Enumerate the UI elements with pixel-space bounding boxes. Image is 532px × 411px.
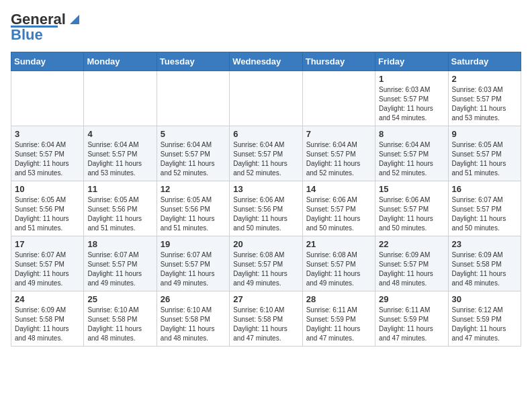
day-number: 25 bbox=[87, 294, 152, 304]
day-number: 30 bbox=[452, 294, 517, 304]
day-info: Sunrise: 6:08 AMSunset: 5:57 PMDaylight:… bbox=[233, 250, 298, 288]
calendar-cell: 8Sunrise: 6:04 AMSunset: 5:57 PMDaylight… bbox=[375, 126, 448, 181]
calendar-cell: 6Sunrise: 6:04 AMSunset: 5:57 PMDaylight… bbox=[230, 126, 302, 181]
calendar-cell: 1Sunrise: 6:03 AMSunset: 5:57 PMDaylight… bbox=[375, 71, 448, 126]
calendar-cell: 7Sunrise: 6:04 AMSunset: 5:57 PMDaylight… bbox=[302, 126, 375, 181]
header-monday: Monday bbox=[84, 52, 157, 71]
day-number: 21 bbox=[306, 239, 371, 249]
day-number: 12 bbox=[161, 184, 226, 194]
day-info: Sunrise: 6:04 AMSunset: 5:57 PMDaylight:… bbox=[15, 140, 80, 178]
day-info: Sunrise: 6:04 AMSunset: 5:57 PMDaylight:… bbox=[306, 140, 371, 178]
calendar-cell: 11Sunrise: 6:05 AMSunset: 5:56 PMDayligh… bbox=[84, 181, 157, 236]
day-info: Sunrise: 6:10 AMSunset: 5:58 PMDaylight:… bbox=[87, 306, 152, 343]
day-info: Sunrise: 6:05 AMSunset: 5:57 PMDaylight:… bbox=[452, 140, 517, 178]
day-number: 8 bbox=[379, 129, 444, 139]
day-number: 9 bbox=[452, 129, 517, 139]
day-info: Sunrise: 6:09 AMSunset: 5:57 PMDaylight:… bbox=[379, 250, 444, 288]
calendar-cell: 3Sunrise: 6:04 AMSunset: 5:57 PMDaylight… bbox=[11, 126, 84, 181]
calendar-week-3: 10Sunrise: 6:05 AMSunset: 5:56 PMDayligh… bbox=[11, 181, 521, 236]
svg-marker-0 bbox=[70, 15, 79, 24]
calendar-table: SundayMondayTuesdayWednesdayThursdayFrid… bbox=[11, 52, 521, 347]
day-number: 17 bbox=[15, 239, 80, 249]
day-info: Sunrise: 6:10 AMSunset: 5:58 PMDaylight:… bbox=[233, 306, 298, 343]
calendar-cell: 29Sunrise: 6:11 AMSunset: 5:59 PMDayligh… bbox=[375, 291, 448, 347]
day-number: 14 bbox=[306, 184, 371, 194]
day-number: 3 bbox=[15, 129, 80, 139]
calendar-week-2: 3Sunrise: 6:04 AMSunset: 5:57 PMDaylight… bbox=[11, 126, 521, 181]
day-info: Sunrise: 6:05 AMSunset: 5:56 PMDaylight:… bbox=[15, 195, 80, 233]
day-info: Sunrise: 6:11 AMSunset: 5:59 PMDaylight:… bbox=[306, 306, 371, 343]
day-number: 19 bbox=[161, 239, 226, 249]
day-info: Sunrise: 6:03 AMSunset: 5:57 PMDaylight:… bbox=[379, 85, 444, 123]
calendar-cell: 26Sunrise: 6:10 AMSunset: 5:58 PMDayligh… bbox=[157, 291, 229, 347]
header-thursday: Thursday bbox=[302, 52, 375, 71]
calendar-week-1: 1Sunrise: 6:03 AMSunset: 5:57 PMDaylight… bbox=[11, 71, 521, 126]
header-sunday: Sunday bbox=[11, 52, 84, 71]
calendar-cell: 12Sunrise: 6:05 AMSunset: 5:56 PMDayligh… bbox=[157, 181, 229, 236]
header-saturday: Saturday bbox=[448, 52, 521, 71]
header-friday: Friday bbox=[375, 52, 448, 71]
calendar-cell bbox=[230, 71, 302, 126]
calendar-cell bbox=[302, 71, 375, 126]
calendar-cell: 22Sunrise: 6:09 AMSunset: 5:57 PMDayligh… bbox=[375, 236, 448, 291]
day-number: 4 bbox=[87, 129, 152, 139]
day-number: 13 bbox=[233, 184, 298, 194]
calendar-cell: 9Sunrise: 6:05 AMSunset: 5:57 PMDaylight… bbox=[448, 126, 521, 181]
day-number: 24 bbox=[15, 294, 80, 304]
calendar-cell bbox=[157, 71, 229, 126]
header-wednesday: Wednesday bbox=[230, 52, 302, 71]
calendar-week-5: 24Sunrise: 6:09 AMSunset: 5:58 PMDayligh… bbox=[11, 291, 521, 347]
day-info: Sunrise: 6:07 AMSunset: 5:57 PMDaylight:… bbox=[161, 250, 226, 288]
day-info: Sunrise: 6:06 AMSunset: 5:56 PMDaylight:… bbox=[233, 195, 298, 233]
day-info: Sunrise: 6:10 AMSunset: 5:58 PMDaylight:… bbox=[161, 306, 226, 343]
day-number: 11 bbox=[87, 184, 152, 194]
calendar-cell: 21Sunrise: 6:08 AMSunset: 5:57 PMDayligh… bbox=[302, 236, 375, 291]
logo-blue: Blue bbox=[11, 26, 43, 44]
day-number: 26 bbox=[161, 294, 226, 304]
calendar-cell: 30Sunrise: 6:12 AMSunset: 5:59 PMDayligh… bbox=[448, 291, 521, 347]
day-info: Sunrise: 6:08 AMSunset: 5:57 PMDaylight:… bbox=[306, 250, 371, 288]
calendar-cell: 19Sunrise: 6:07 AMSunset: 5:57 PMDayligh… bbox=[157, 236, 229, 291]
day-info: Sunrise: 6:09 AMSunset: 5:58 PMDaylight:… bbox=[15, 306, 80, 343]
calendar-cell: 15Sunrise: 6:06 AMSunset: 5:57 PMDayligh… bbox=[375, 181, 448, 236]
day-number: 23 bbox=[452, 239, 517, 249]
calendar-cell: 10Sunrise: 6:05 AMSunset: 5:56 PMDayligh… bbox=[11, 181, 84, 236]
calendar-cell: 17Sunrise: 6:07 AMSunset: 5:57 PMDayligh… bbox=[11, 236, 84, 291]
day-info: Sunrise: 6:12 AMSunset: 5:59 PMDaylight:… bbox=[452, 306, 517, 343]
day-number: 18 bbox=[87, 239, 152, 249]
calendar-cell: 18Sunrise: 6:07 AMSunset: 5:57 PMDayligh… bbox=[84, 236, 157, 291]
calendar-cell: 13Sunrise: 6:06 AMSunset: 5:56 PMDayligh… bbox=[230, 181, 302, 236]
day-info: Sunrise: 6:07 AMSunset: 5:57 PMDaylight:… bbox=[87, 250, 152, 288]
day-info: Sunrise: 6:05 AMSunset: 5:56 PMDaylight:… bbox=[161, 195, 226, 233]
day-number: 20 bbox=[233, 239, 298, 249]
day-number: 28 bbox=[306, 294, 371, 304]
day-info: Sunrise: 6:04 AMSunset: 5:57 PMDaylight:… bbox=[379, 140, 444, 178]
day-number: 16 bbox=[452, 184, 517, 194]
calendar-cell: 16Sunrise: 6:07 AMSunset: 5:57 PMDayligh… bbox=[448, 181, 521, 236]
calendar-body: 1Sunrise: 6:03 AMSunset: 5:57 PMDaylight… bbox=[11, 71, 521, 347]
calendar-cell: 25Sunrise: 6:10 AMSunset: 5:58 PMDayligh… bbox=[84, 291, 157, 347]
day-number: 27 bbox=[233, 294, 298, 304]
calendar-cell: 28Sunrise: 6:11 AMSunset: 5:59 PMDayligh… bbox=[302, 291, 375, 347]
day-info: Sunrise: 6:04 AMSunset: 5:57 PMDaylight:… bbox=[161, 140, 226, 178]
day-info: Sunrise: 6:07 AMSunset: 5:57 PMDaylight:… bbox=[452, 195, 517, 233]
calendar-week-4: 17Sunrise: 6:07 AMSunset: 5:57 PMDayligh… bbox=[11, 236, 521, 291]
day-info: Sunrise: 6:04 AMSunset: 5:57 PMDaylight:… bbox=[87, 140, 152, 178]
calendar-cell: 24Sunrise: 6:09 AMSunset: 5:58 PMDayligh… bbox=[11, 291, 84, 347]
calendar-cell bbox=[84, 71, 157, 126]
day-number: 5 bbox=[161, 129, 226, 139]
day-info: Sunrise: 6:11 AMSunset: 5:59 PMDaylight:… bbox=[379, 306, 444, 343]
calendar-cell: 2Sunrise: 6:03 AMSunset: 5:57 PMDaylight… bbox=[448, 71, 521, 126]
day-number: 6 bbox=[233, 129, 298, 139]
page-header: General Blue bbox=[11, 11, 521, 44]
day-number: 29 bbox=[379, 294, 444, 304]
logo-icon bbox=[67, 12, 82, 27]
day-info: Sunrise: 6:06 AMSunset: 5:57 PMDaylight:… bbox=[379, 195, 444, 233]
day-number: 7 bbox=[306, 129, 371, 139]
calendar-header-row: SundayMondayTuesdayWednesdayThursdayFrid… bbox=[11, 52, 521, 71]
logo: General Blue bbox=[11, 11, 82, 44]
day-number: 15 bbox=[379, 184, 444, 194]
day-info: Sunrise: 6:05 AMSunset: 5:56 PMDaylight:… bbox=[87, 195, 152, 233]
day-info: Sunrise: 6:06 AMSunset: 5:57 PMDaylight:… bbox=[306, 195, 371, 233]
day-number: 10 bbox=[15, 184, 80, 194]
